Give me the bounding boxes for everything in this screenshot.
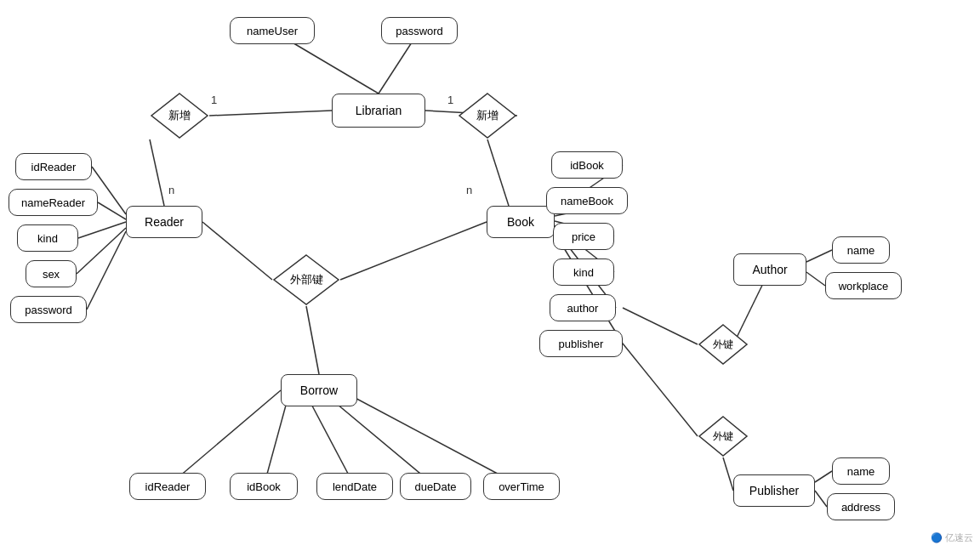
attr-namebook: nameBook [546,187,628,214]
attr-author-book: author [550,294,616,321]
entity-reader: Reader [126,206,202,238]
attr-namereader: nameReader [9,189,98,216]
svg-line-30 [723,457,733,491]
svg-line-13 [306,306,319,374]
svg-line-25 [623,308,698,344]
svg-line-12 [340,222,487,280]
svg-line-2 [209,111,332,116]
entity-librarian: Librarian [332,94,425,128]
watermark: 🔵 亿速云 [931,531,973,544]
entity-publisher: Publisher [733,474,815,507]
attr-publisher-address: address [827,493,895,520]
attr-nameuser: nameUser [230,17,315,44]
attr-lenddate: lendDate [316,473,393,500]
attr-sex: sex [26,260,77,287]
attr-publisher-book: publisher [539,330,623,357]
label-na: n [168,184,174,196]
attr-idreader-borrow: idReader [129,473,206,500]
attr-price: price [553,223,614,250]
diamond-waijian1: 外键 [698,323,749,366]
diamond-waibujian: 外部键 [272,253,340,306]
svg-line-8 [78,222,126,238]
entity-book: Book [487,206,555,238]
attr-idbook-borrow: idBook [230,473,298,500]
attr-idreader: idReader [15,153,92,180]
svg-line-5 [487,139,509,206]
svg-line-7 [98,202,126,219]
svg-line-29 [623,344,698,436]
svg-line-28 [806,272,825,286]
svg-line-9 [77,228,126,274]
attr-author-workplace: workplace [825,272,902,299]
svg-line-11 [202,222,272,280]
svg-line-18 [336,388,521,486]
svg-line-32 [815,491,827,507]
attr-password-reader: password [10,296,87,323]
diamond-xinzeng2: 新增 [458,92,517,139]
label-nb: n [466,184,472,196]
attr-duedate: dueDate [400,473,471,500]
attr-kind-reader: kind [17,224,78,252]
entity-borrow: Borrow [281,374,357,406]
attr-password-lib: password [381,17,458,44]
diamond-xinzeng1: 新增 [150,92,209,139]
svg-line-4 [150,139,164,206]
diamond-waijian2: 外键 [698,415,749,457]
attr-publisher-name: name [832,457,890,485]
entity-author: Author [733,253,806,286]
svg-line-31 [815,471,832,482]
er-diagram: nameUser password 新增 Librarian 新增 1 1 Re… [0,0,980,551]
attr-kind-book: kind [553,258,614,286]
label-1b: 1 [447,94,453,106]
attr-idbook: idBook [551,151,623,179]
attr-overtime: overTime [483,473,560,500]
label-1a: 1 [211,94,217,106]
svg-line-10 [87,231,126,310]
attr-author-name: name [832,236,890,264]
svg-line-27 [806,250,832,262]
